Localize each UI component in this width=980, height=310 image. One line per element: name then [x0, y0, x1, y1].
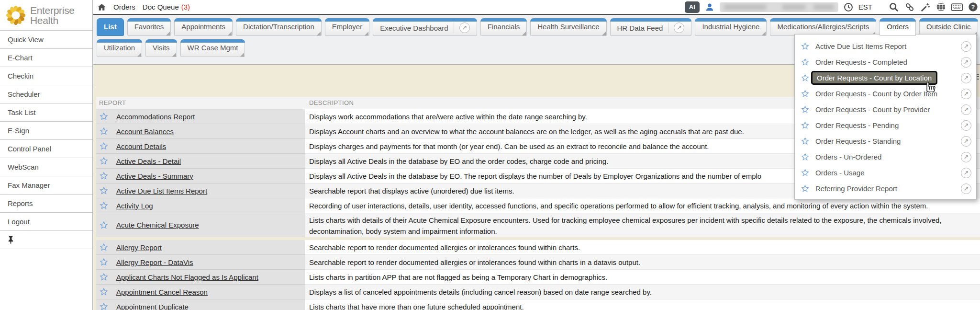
- open-in-new-icon[interactable]: ↗: [961, 57, 971, 68]
- favorite-star-icon[interactable]: [100, 157, 108, 165]
- favorite-star-icon[interactable]: [801, 169, 809, 177]
- open-in-new-icon[interactable]: ↗: [961, 104, 971, 115]
- sidebar-item-e-sign[interactable]: E-Sign: [0, 122, 92, 140]
- favorite-star-icon[interactable]: [801, 74, 809, 82]
- favorite-star-icon[interactable]: [801, 58, 809, 66]
- favorite-star-icon[interactable]: [801, 42, 809, 50]
- wand-icon[interactable]: [920, 2, 931, 12]
- report-link[interactable]: Acute Chemical Exposure: [116, 221, 199, 229]
- favorite-star-icon[interactable]: [100, 186, 108, 195]
- report-description: Displays a list of canceled appointments…: [305, 285, 980, 299]
- tab-hr-data-feed[interactable]: HR Data Feed ↗: [610, 18, 692, 36]
- sidebar-item-scheduler[interactable]: Scheduler: [0, 85, 92, 103]
- help-icon[interactable]: ?: [968, 2, 978, 12]
- home-icon[interactable]: [97, 3, 106, 11]
- topbar-tools: AI EST: [685, 1, 978, 13]
- report-link[interactable]: Accommodations Report: [116, 113, 195, 121]
- favorite-star-icon[interactable]: [100, 172, 108, 180]
- open-in-new-icon[interactable]: ↗: [961, 168, 971, 178]
- hr-data-feed-external-link[interactable]: ↗: [668, 23, 684, 33]
- favorite-star-icon[interactable]: [100, 142, 108, 150]
- report-link[interactable]: Account Balances: [116, 127, 174, 136]
- report-link[interactable]: Applicant Charts Not Flagged as Is Appli…: [116, 273, 258, 281]
- tab-employer[interactable]: Employer: [325, 18, 369, 36]
- favorite-star-icon[interactable]: [801, 153, 809, 161]
- favorite-star-icon[interactable]: [801, 105, 809, 114]
- breadcrumb-orders[interactable]: Orders: [113, 3, 135, 11]
- executive-dashboard-external-link[interactable]: ↗: [454, 23, 470, 33]
- tab-list[interactable]: List: [97, 18, 124, 36]
- report-link[interactable]: Active Due List Items Report: [116, 187, 207, 195]
- open-in-new-icon[interactable]: ↗: [961, 41, 971, 52]
- menu-item-active-due-list-items-report[interactable]: Active Due List Items Report ↗: [795, 38, 976, 54]
- user-icon[interactable]: [705, 2, 714, 12]
- favorite-star-icon[interactable]: [100, 201, 108, 210]
- report-link[interactable]: Appointment Cancel Reason: [116, 288, 208, 296]
- open-in-new-icon[interactable]: ↗: [961, 120, 971, 131]
- tab-visits[interactable]: Visits: [145, 39, 177, 57]
- favorite-star-icon[interactable]: [100, 112, 108, 121]
- report-link[interactable]: Activity Log: [116, 202, 153, 210]
- menu-item-order-requests-count-by-location[interactable]: Order Requests - Count by Location ↗: [795, 70, 976, 86]
- report-link[interactable]: Allergy Report - DataVis: [116, 258, 193, 266]
- tab-dictation-transcription[interactable]: Dictation/Transcription: [236, 18, 322, 36]
- favorite-star-icon[interactable]: [801, 137, 809, 145]
- open-in-new-icon[interactable]: ↗: [961, 136, 971, 147]
- favorite-star-icon[interactable]: [801, 184, 809, 193]
- menu-item-order-requests-count-by-order-item[interactable]: Order Requests - Count by Order Item ↗: [795, 86, 976, 102]
- favorite-star-icon[interactable]: [100, 302, 108, 310]
- open-in-new-icon[interactable]: ↗: [961, 89, 971, 99]
- favorite-star-icon[interactable]: [100, 287, 108, 296]
- favorite-star-icon[interactable]: [100, 243, 108, 252]
- menu-item-order-requests-completed[interactable]: Order Requests - Completed ↗: [795, 54, 976, 70]
- report-link[interactable]: Appointment Duplicate: [116, 303, 189, 310]
- favorite-star-icon[interactable]: [100, 221, 108, 230]
- favorite-star-icon[interactable]: [801, 121, 809, 129]
- tab-outside-clinic[interactable]: Outside Clinic: [919, 18, 978, 36]
- tab-health-surveillance[interactable]: Health Surveillance: [530, 18, 606, 36]
- sidebar-item-reports[interactable]: Reports: [0, 195, 92, 213]
- tab-financials[interactable]: Financials: [480, 18, 527, 36]
- menu-item-order-requests-count-by-provider[interactable]: Order Requests - Count by Provider ↗: [795, 102, 976, 117]
- sidebar-item-e-chart[interactable]: E-Chart: [0, 49, 92, 67]
- sidebar-item-fax-manager[interactable]: Fax Manager: [0, 176, 92, 195]
- sidebar-pin-row[interactable]: [0, 231, 92, 249]
- tab-industrial-hygiene[interactable]: Industrial Hygiene: [695, 18, 767, 36]
- column-header-report: REPORT: [96, 99, 305, 106]
- sidebar-item-control-panel[interactable]: Control Panel: [0, 140, 92, 158]
- menu-item-orders-un-ordered[interactable]: Orders - Un-Ordered ↗: [795, 149, 976, 165]
- tab-appointments[interactable]: Appointments: [174, 18, 233, 36]
- tab-utilization[interactable]: Utilization: [97, 39, 142, 57]
- favorite-star-icon[interactable]: [100, 258, 108, 266]
- menu-item-referring-provider-report[interactable]: Referring Provider Report ↗: [795, 181, 976, 196]
- menu-item-order-requests-pending[interactable]: Order Requests - Pending ↗: [795, 117, 976, 133]
- search-icon[interactable]: [889, 2, 899, 12]
- sidebar-item-webscan[interactable]: WebScan: [0, 158, 92, 176]
- favorite-star-icon[interactable]: [100, 273, 108, 281]
- sidebar-item-task-list[interactable]: Task List: [0, 103, 92, 122]
- open-in-new-icon[interactable]: ↗: [961, 184, 971, 194]
- tab-favorites[interactable]: Favorites: [127, 18, 171, 36]
- sidebar-item-checkin[interactable]: Checkin: [0, 67, 92, 85]
- tab-medications-allergies-scripts[interactable]: Medications/Allergies/Scripts: [770, 18, 876, 36]
- keyboard-icon[interactable]: [951, 2, 963, 12]
- favorite-star-icon[interactable]: [801, 90, 809, 98]
- tab-wr-case-mgmt[interactable]: WR Case Mgmt: [180, 39, 245, 57]
- ai-badge[interactable]: AI: [685, 1, 700, 13]
- sidebar-item-logout[interactable]: Logout: [0, 213, 92, 231]
- open-in-new-icon[interactable]: ↗: [961, 152, 971, 162]
- sidebar-item-quick-view[interactable]: Quick View: [0, 31, 92, 49]
- globe-icon[interactable]: [936, 2, 946, 12]
- favorite-star-icon[interactable]: [100, 127, 108, 136]
- menu-item-order-requests-standing[interactable]: Order Requests - Standing ↗: [795, 133, 976, 149]
- menu-item-orders-usage[interactable]: Orders - Usage ↗: [795, 165, 976, 181]
- report-link[interactable]: Account Details: [116, 142, 166, 150]
- report-link[interactable]: Allergy Report: [116, 243, 162, 252]
- link-icon[interactable]: [904, 2, 915, 12]
- open-in-new-icon[interactable]: ↗: [961, 73, 971, 83]
- tab-orders[interactable]: Orders: [880, 18, 916, 36]
- tab-executive-dashboard[interactable]: Executive Dashboard ↗: [373, 18, 477, 36]
- report-link[interactable]: Active Deals - Summary: [116, 172, 193, 180]
- breadcrumb-doc-queue[interactable]: Doc Queue (3): [143, 3, 190, 11]
- report-link[interactable]: Active Deals - Detail: [116, 157, 181, 165]
